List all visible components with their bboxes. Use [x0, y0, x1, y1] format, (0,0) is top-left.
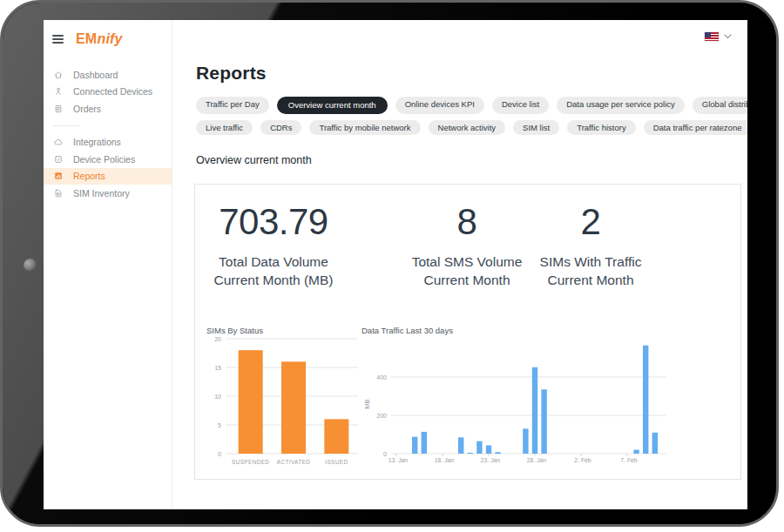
section-title: Overview current month — [196, 154, 312, 166]
sidebar-nav: DashboardConnected DevicesOrdersIntegrat… — [44, 66, 172, 202]
menu-icon[interactable] — [52, 33, 64, 45]
bar-issued — [324, 419, 348, 454]
reports-icon — [53, 171, 64, 181]
x-tick: 2. Feb — [574, 457, 591, 463]
sidebar-item-label: SIM Inventory — [73, 188, 130, 199]
brand-logo-part2: nify — [97, 31, 122, 46]
y-tick: 20 — [214, 336, 221, 342]
report-tab-overview-current-month[interactable]: Overview current month — [277, 97, 388, 114]
data-traffic-plot: 0200400MB13. Jan18. Jan23. Jan28. Jan2. … — [362, 336, 670, 468]
y-tick: 200 — [376, 413, 387, 419]
language-selector[interactable] — [705, 32, 732, 41]
bar-27-jan — [523, 428, 528, 454]
screen: EMnify DashboardConnected DevicesOrdersI… — [44, 20, 747, 509]
report-tab-traffic-history[interactable]: Traffic history — [567, 120, 636, 136]
sims-by-status-plot: 05101520SUSPENDEDACTIVATEDISSUED — [206, 336, 360, 468]
brand-row: EMnify — [44, 20, 172, 47]
x-tick: 13. Jan — [389, 457, 409, 463]
bar-8-feb — [633, 450, 639, 454]
report-tab-device-list[interactable]: Device list — [492, 97, 549, 114]
home-icon — [53, 70, 64, 80]
sidebar-item-label: Reports — [73, 171, 105, 181]
stat-label: Total SMS Volume Current Month — [401, 253, 533, 289]
bar-21-jan — [468, 453, 473, 454]
report-tab-online-devices-kpi[interactable]: Online devices KPI — [395, 97, 484, 114]
y-tick: 0 — [218, 451, 221, 457]
chevron-down-icon — [724, 34, 732, 39]
sidebar-item-orders[interactable]: Orders — [44, 100, 172, 118]
stat-label: Total Data Volume Current Month (MB) — [200, 253, 347, 289]
x-tick: 23. Jan — [481, 457, 501, 463]
sidebar-item-label: Connected Devices — [73, 86, 152, 97]
sims-by-status-chart: SIMs By Status 05101520SUSPENDEDACTIVATE… — [206, 326, 360, 472]
bar-23-jan — [486, 446, 491, 454]
report-tabs-row-2: Live trafficCDRsTraffic by mobile networ… — [196, 120, 747, 136]
bar-28-jan — [532, 367, 537, 454]
bar-20-jan — [458, 437, 463, 454]
overview-card: 703.79 Total Data Volume Current Month (… — [194, 184, 741, 480]
connected-devices-icon — [53, 86, 64, 97]
stat-sims-with-traffic: 2 SIMs With Traffic Current Month — [523, 204, 659, 289]
x-tick: SUSPENDED — [232, 459, 269, 465]
bar-22-jan — [476, 441, 482, 454]
stat-total-data-volume: 703.79 Total Data Volume Current Month (… — [200, 204, 347, 289]
camera-icon — [24, 259, 37, 272]
x-tick: ACTIVATED — [277, 459, 311, 465]
report-tab-sim-list[interactable]: SIM list — [513, 120, 559, 136]
sidebar-item-dashboard[interactable]: Dashboard — [44, 66, 172, 84]
sidebar-item-label: Orders — [73, 104, 101, 114]
y-tick: 10 — [214, 394, 221, 400]
sidebar: EMnify DashboardConnected DevicesOrdersI… — [44, 20, 172, 509]
bar-10-feb — [652, 433, 658, 454]
stat-value: 703.79 — [200, 204, 347, 240]
stat-value: 2 — [523, 204, 659, 240]
page-title: Reports — [196, 63, 267, 84]
sidebar-item-integrations[interactable]: Integrations — [44, 134, 172, 152]
y-tick: 15 — [214, 365, 221, 371]
report-tab-network-activity[interactable]: Network activity — [429, 120, 506, 136]
report-tab-traffic-by-mobile-network[interactable]: Traffic by mobile network — [309, 120, 420, 136]
stat-value: 8 — [401, 204, 533, 240]
report-tabs: Traffic per DayOverview current monthOnl… — [196, 97, 747, 141]
bar-24-jan — [495, 452, 500, 454]
sidebar-item-label: Integrations — [73, 137, 121, 147]
stat-total-sms-volume: 8 Total SMS Volume Current Month — [401, 204, 533, 289]
brand-logo: EMnify — [76, 31, 123, 47]
report-tab-traffic-per-day[interactable]: Traffic per Day — [196, 97, 269, 114]
us-flag-icon — [705, 32, 719, 41]
report-tab-data-usage-per-service-policy[interactable]: Data usage per service policy — [557, 97, 685, 114]
report-tab-data-traffic-per-ratezone[interactable]: Data traffic per ratezone — [644, 120, 747, 136]
report-tab-global-distribution[interactable]: Global distribution — [693, 97, 747, 114]
policies-icon — [53, 154, 64, 165]
report-tabs-row-1: Traffic per DayOverview current monthOnl… — [196, 97, 747, 114]
orders-icon — [53, 104, 64, 114]
sidebar-item-label: Device Policies — [73, 154, 135, 165]
y-tick: 5 — [218, 422, 221, 428]
sidebar-item-device-policies[interactable]: Device Policies — [44, 151, 172, 168]
report-tab-cdrs[interactable]: CDRs — [260, 120, 301, 136]
report-tab-live-traffic[interactable]: Live traffic — [196, 120, 253, 136]
chart-title: Data Traffic Last 30 days — [362, 326, 670, 335]
chart-title: SIMs By Status — [206, 326, 360, 335]
bar-15-jan — [412, 437, 417, 454]
main-content: Reports Traffic per DayOverview current … — [173, 20, 747, 509]
x-tick: 18. Jan — [435, 457, 455, 463]
y-tick: 0 — [383, 451, 387, 457]
sidebar-item-reports[interactable]: Reports — [44, 168, 172, 185]
data-traffic-chart: Data Traffic Last 30 days 0200400MB13. J… — [362, 326, 670, 472]
sidebar-item-label: Dashboard — [73, 70, 118, 80]
sidebar-divider — [53, 125, 79, 126]
x-tick: 28. Jan — [527, 457, 547, 463]
sim-icon — [53, 188, 64, 199]
bar-29-jan — [541, 389, 546, 454]
x-tick: ISSUED — [325, 459, 348, 465]
x-tick: 7. Feb — [620, 457, 637, 463]
sidebar-item-sim-inventory[interactable]: SIM Inventory — [44, 185, 172, 202]
tablet-frame: EMnify DashboardConnected DevicesOrdersI… — [0, 0, 779, 527]
bar-activated — [281, 361, 306, 454]
brand-logo-part1: EM — [76, 31, 97, 46]
y-axis-label: MB — [363, 399, 371, 408]
stat-label: SIMs With Traffic Current Month — [523, 253, 659, 289]
sidebar-item-connected-devices[interactable]: Connected Devices — [44, 84, 172, 101]
bar-16-jan — [422, 432, 427, 454]
